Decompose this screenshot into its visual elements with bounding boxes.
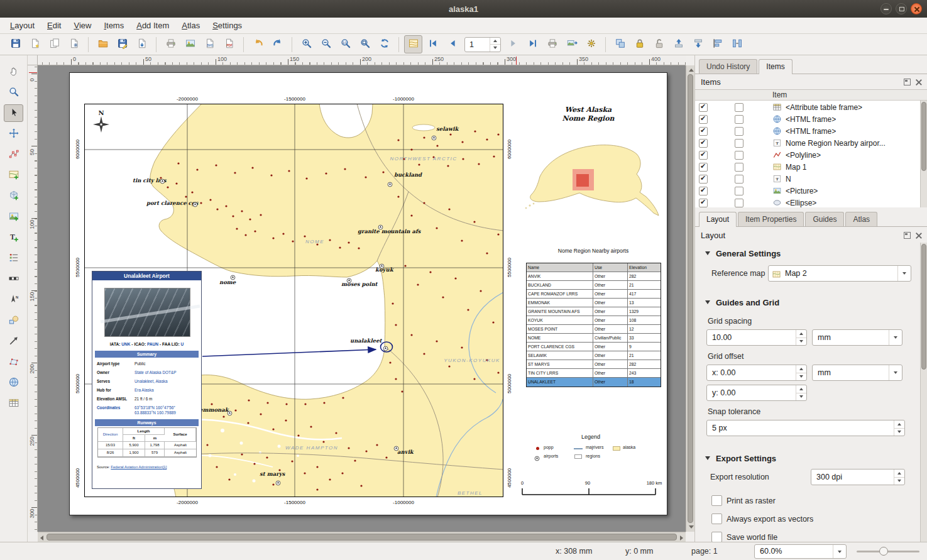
menu-edit[interactable]: Edit <box>41 18 67 34</box>
lock-checkbox[interactable] <box>735 103 743 112</box>
unlock-items-button[interactable] <box>650 35 668 53</box>
export-atlas-button[interactable] <box>562 35 581 53</box>
item-row[interactable]: <HTML frame> <box>695 125 919 137</box>
atlas-settings-button[interactable] <box>582 35 600 53</box>
menu-atlas[interactable]: Atlas <box>175 18 206 34</box>
zoom-out-button[interactable] <box>317 35 335 53</box>
print-atlas-button[interactable] <box>543 35 561 53</box>
add-scalebar-button[interactable] <box>4 270 23 288</box>
redo-button[interactable] <box>268 35 287 53</box>
export-resolution-input[interactable]: 300 dpi <box>811 469 905 485</box>
group-items-button[interactable] <box>611 35 629 53</box>
grid-spacing-unit-combo[interactable]: mm <box>812 329 902 346</box>
item-row[interactable]: <Polyline> <box>695 149 919 161</box>
visibility-checkbox[interactable] <box>699 163 708 172</box>
atlas-previous-feature-button[interactable] <box>443 35 461 53</box>
print-as-raster-checkbox[interactable] <box>711 495 722 506</box>
menu-items[interactable]: Items <box>97 18 130 34</box>
tab-items[interactable]: Items <box>759 59 792 74</box>
vertical-scrollbar[interactable] <box>686 65 694 532</box>
refresh-button[interactable] <box>375 35 393 53</box>
grid-offset-y-input[interactable]: y: 0.00 <box>706 385 807 401</box>
general-settings-header[interactable]: General Settings <box>705 249 781 258</box>
lock-checkbox[interactable] <box>735 187 743 195</box>
visibility-checkbox[interactable] <box>699 151 708 160</box>
add-picture-button[interactable] <box>4 208 23 226</box>
add-node-item-button[interactable] <box>4 353 23 371</box>
airport-infobox[interactable]: Unalakleet Airport IATA: UNKICAO: PAUNFA… <box>92 271 202 489</box>
close-button[interactable] <box>911 3 922 14</box>
add-legend-button[interactable] <box>4 250 23 267</box>
tab-item-properties[interactable]: Item Properties <box>738 212 804 226</box>
visibility-checkbox[interactable] <box>699 139 708 148</box>
select-move-item-tool-button[interactable] <box>4 104 23 122</box>
close-panel-icon[interactable] <box>915 79 922 85</box>
minimize-button[interactable] <box>880 3 892 14</box>
menu-add-item[interactable]: Add Item <box>130 18 175 34</box>
export-image-button[interactable] <box>181 35 199 53</box>
zoom-slider[interactable] <box>857 551 919 552</box>
airports-table-title[interactable]: Nome Region Nearby airports <box>526 248 661 254</box>
add-3d-map-button[interactable] <box>4 187 23 205</box>
menu-layout[interactable]: Layout <box>4 18 41 34</box>
lock-checkbox[interactable] <box>735 151 743 160</box>
reference-map-combo[interactable]: Map 2 <box>768 265 911 282</box>
panel-scrollbar[interactable] <box>920 243 927 542</box>
lock-items-button[interactable] <box>630 35 649 53</box>
item-row[interactable]: TNome Region Nearby airpor... <box>695 137 919 149</box>
horizontal-scrollbar[interactable] <box>38 532 686 542</box>
grid-offset-unit-combo[interactable]: mm <box>812 365 902 381</box>
layout-canvas[interactable]: -2000000 -1500000 -1000000 -2000000 -150… <box>38 65 686 532</box>
visibility-checkbox[interactable] <box>699 199 708 207</box>
detach-panel-icon[interactable] <box>904 232 911 239</box>
item-row[interactable]: Map 1 <box>695 161 919 173</box>
add-shape-button[interactable] <box>4 312 23 329</box>
lower-items-button[interactable] <box>689 35 707 53</box>
save-world-file-checkbox[interactable] <box>711 532 722 542</box>
tab-guides[interactable]: Guides <box>805 212 844 226</box>
open-button[interactable] <box>94 35 112 53</box>
duplicate-layout-button[interactable] <box>45 35 63 53</box>
lock-checkbox[interactable] <box>735 199 743 207</box>
menu-settings[interactable]: Settings <box>206 18 248 34</box>
add-label-button[interactable]: T <box>4 229 23 246</box>
map-legend[interactable]: Legend popp airports majrivers regions a… <box>521 434 661 468</box>
undo-button[interactable] <box>249 35 267 53</box>
item-row[interactable]: <Attribute table frame> <box>695 101 919 113</box>
item-row[interactable]: <Picture> <box>695 185 919 197</box>
move-item-content-tool-button[interactable] <box>4 125 23 143</box>
preview-atlas-button[interactable] <box>404 35 422 53</box>
visibility-checkbox[interactable] <box>699 175 708 184</box>
add-html-frame-button[interactable] <box>4 374 23 392</box>
edit-nodes-tool-button[interactable] <box>4 146 23 163</box>
lock-checkbox[interactable] <box>735 175 743 184</box>
pan-tool-button[interactable] <box>4 63 23 80</box>
item-row[interactable]: <HTML frame> <box>695 113 919 125</box>
save-project-button[interactable] <box>6 35 25 53</box>
align-items-button[interactable] <box>708 35 727 53</box>
print-button[interactable] <box>162 35 180 53</box>
add-arrow-button[interactable] <box>4 332 23 350</box>
layout-manager-button[interactable] <box>65 35 83 53</box>
grid-spacing-input[interactable]: 10.00 <box>706 329 807 346</box>
atlas-feature-input[interactable]: 1 <box>464 37 501 52</box>
grid-offset-x-input[interactable]: x: 0.00 <box>706 365 807 381</box>
add-from-template-button[interactable] <box>133 35 151 53</box>
maximize-button[interactable] <box>896 3 907 14</box>
visibility-checkbox[interactable] <box>699 187 708 195</box>
atlas-first-feature-button[interactable] <box>424 35 442 53</box>
visibility-checkbox[interactable] <box>699 127 708 136</box>
tab-atlas[interactable]: Atlas <box>845 212 877 226</box>
zoom-level-combo[interactable]: 60.0% <box>754 544 847 559</box>
map-title[interactable]: West Alaska Nome Region <box>525 106 651 123</box>
zoom-tool-button[interactable] <box>4 84 23 101</box>
visibility-checkbox[interactable] <box>699 115 708 124</box>
raise-items-button[interactable] <box>669 35 688 53</box>
lock-checkbox[interactable] <box>735 127 743 136</box>
scale-bar[interactable]: 0 90 180 km <box>521 479 666 498</box>
save-as-template-button[interactable] <box>113 35 131 53</box>
detach-panel-icon[interactable] <box>904 79 911 85</box>
atlas-last-feature-button[interactable] <box>524 35 542 53</box>
add-north-arrow-button[interactable]: N <box>4 291 23 309</box>
tab-layout[interactable]: Layout <box>699 212 737 227</box>
